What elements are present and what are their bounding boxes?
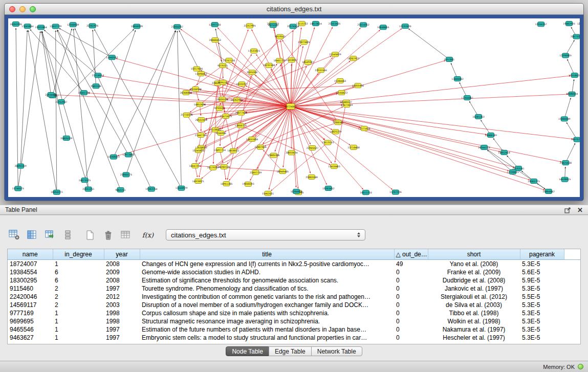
network-node[interactable] xyxy=(538,22,545,27)
table-cell[interactable]: 49 xyxy=(394,259,428,268)
network-node[interactable] xyxy=(331,21,338,26)
network-node[interactable] xyxy=(230,148,236,153)
network-node[interactable] xyxy=(324,140,331,145)
network-node[interactable] xyxy=(89,24,96,28)
network-node[interactable] xyxy=(561,117,568,121)
network-node[interactable] xyxy=(355,83,361,88)
network-edge[interactable] xyxy=(42,31,67,138)
table-cell[interactable]: 2 xyxy=(53,293,104,301)
network-node[interactable] xyxy=(266,63,272,68)
network-edge[interactable] xyxy=(291,106,545,190)
table-cell[interactable]: 18300295 xyxy=(8,276,53,285)
table-cell[interactable]: Tourette syndrome. Phenomenology and cla… xyxy=(140,285,394,293)
network-node[interactable] xyxy=(134,24,140,29)
network-node[interactable] xyxy=(198,133,204,138)
network-node[interactable] xyxy=(219,97,226,102)
table-cell[interactable]: 5.3E-5 xyxy=(520,309,564,317)
network-node[interactable] xyxy=(249,137,255,142)
network-edge[interactable] xyxy=(567,122,577,140)
network-node[interactable] xyxy=(464,96,471,100)
table-cell[interactable]: Disruption of a novel member of a sodium… xyxy=(140,301,394,309)
network-node[interactable] xyxy=(332,129,339,134)
network-node[interactable] xyxy=(546,189,552,194)
table-cell[interactable]: 5.3E-5 xyxy=(520,285,564,293)
network-node[interactable] xyxy=(402,24,408,29)
table-cell[interactable]: 9463627 xyxy=(8,334,53,342)
network-node[interactable] xyxy=(290,24,296,29)
network-node[interactable] xyxy=(178,186,185,190)
network-edge[interactable] xyxy=(274,29,291,106)
table-cell[interactable]: 0 xyxy=(394,285,428,293)
column-header-out_de[interactable]: △ out_de… xyxy=(394,249,428,259)
table-cell[interactable]: 0 xyxy=(394,334,428,342)
network-edge[interactable] xyxy=(53,29,72,96)
network-edge[interactable] xyxy=(213,107,343,168)
network-node[interactable] xyxy=(270,153,277,158)
network-node[interactable] xyxy=(501,150,508,155)
network-edge[interactable] xyxy=(215,29,223,65)
network-edge[interactable] xyxy=(204,60,292,133)
table-cell[interactable]: 14569117 xyxy=(8,301,53,309)
network-edge[interactable] xyxy=(408,29,449,59)
close-panel-icon[interactable]: ✕ xyxy=(577,207,583,213)
network-edge[interactable] xyxy=(291,27,333,106)
network-node[interactable] xyxy=(392,190,399,194)
table-cell[interactable]: Embryonic stem cells: a model to study s… xyxy=(140,334,394,342)
network-node[interactable] xyxy=(251,49,257,53)
function-builder-button[interactable]: f(x) xyxy=(141,228,155,242)
float-panel-icon[interactable] xyxy=(564,207,571,213)
table-cell[interactable]: 1998 xyxy=(104,309,140,317)
network-edge[interactable] xyxy=(291,31,293,107)
close-window-button[interactable] xyxy=(9,6,15,12)
table-cell[interactable]: 0 xyxy=(394,325,428,334)
network-node[interactable] xyxy=(183,91,189,95)
column-header-title[interactable]: title xyxy=(140,249,394,259)
network-node[interactable] xyxy=(48,93,54,97)
network-node[interactable] xyxy=(343,103,350,107)
zoom-window-button[interactable] xyxy=(30,6,36,12)
network-node[interactable] xyxy=(24,24,31,29)
table-cell[interactable]: 9777169 xyxy=(8,309,53,317)
table-cell[interactable]: 5.3E-5 xyxy=(520,325,564,334)
network-node[interactable] xyxy=(309,146,316,150)
table-cell[interactable]: 0 xyxy=(394,301,428,309)
network-node[interactable] xyxy=(562,53,569,58)
network-edge[interactable] xyxy=(291,29,402,106)
network-node[interactable] xyxy=(183,113,190,117)
table-cell[interactable]: 2003 xyxy=(104,301,140,309)
network-node[interactable] xyxy=(197,102,203,107)
network-node[interactable] xyxy=(108,55,115,60)
network-node[interactable] xyxy=(246,24,253,28)
network-node[interactable] xyxy=(58,100,64,104)
table-cell[interactable]: 5.3E-5 xyxy=(520,259,564,268)
network-edge[interactable] xyxy=(114,31,176,157)
network-node[interactable] xyxy=(198,118,205,122)
network-node[interactable] xyxy=(226,58,232,63)
column-header-pagerank[interactable]: pagerank xyxy=(520,249,564,259)
table-cell[interactable]: 6 xyxy=(53,268,104,276)
table-cell[interactable]: 1997 xyxy=(104,285,140,293)
table-cell[interactable]: 0 xyxy=(394,317,428,325)
table-row[interactable]: 946554611997Estimation of the future num… xyxy=(8,325,581,334)
network-edge[interactable] xyxy=(291,28,361,106)
network-node[interactable] xyxy=(85,187,92,191)
network-node[interactable] xyxy=(277,34,284,39)
network-node[interactable] xyxy=(221,165,227,169)
table-cell[interactable]: 6 xyxy=(53,276,104,285)
network-node[interactable] xyxy=(338,91,345,95)
column-header-in_degree[interactable]: in_degree xyxy=(53,249,104,259)
network-node[interactable] xyxy=(192,87,199,92)
network-node[interactable] xyxy=(488,133,494,138)
table-cell[interactable]: 19384554 xyxy=(8,268,53,276)
minimize-window-button[interactable] xyxy=(19,6,26,12)
network-node[interactable] xyxy=(63,136,70,140)
network-node[interactable] xyxy=(287,104,295,110)
table-cell[interactable]: Changes of HCN gene expression and I(f) … xyxy=(140,259,394,268)
network-node[interactable] xyxy=(198,72,204,76)
network-graph[interactable]: 1644013797883451482527915513153229055272… xyxy=(8,18,580,197)
network-node[interactable] xyxy=(223,114,229,119)
table-cell[interactable]: 2008 xyxy=(104,259,140,268)
network-node[interactable] xyxy=(304,60,311,64)
network-node[interactable] xyxy=(561,177,568,182)
table-cell[interactable]: 2 xyxy=(53,285,104,293)
